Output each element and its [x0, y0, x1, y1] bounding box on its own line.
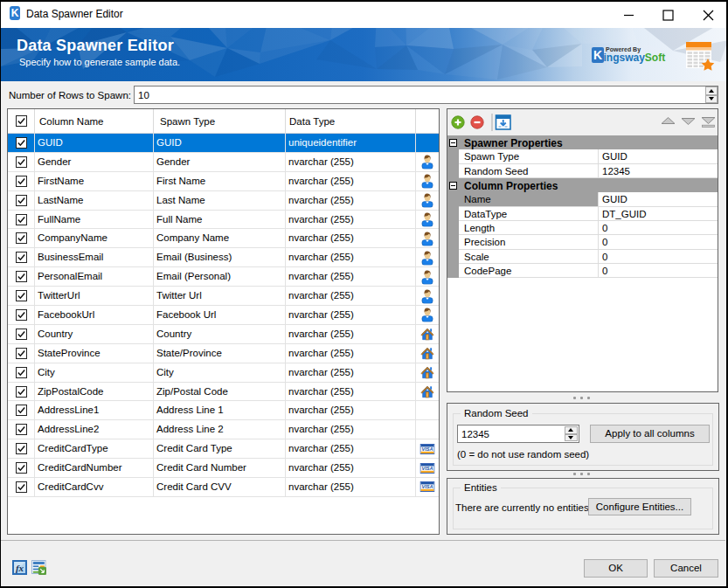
- svg-text:VISA: VISA: [421, 484, 433, 489]
- svg-text:VISA: VISA: [421, 446, 433, 452]
- svg-text:fx: fx: [16, 563, 24, 573]
- svg-text:VISA: VISA: [421, 465, 433, 470]
